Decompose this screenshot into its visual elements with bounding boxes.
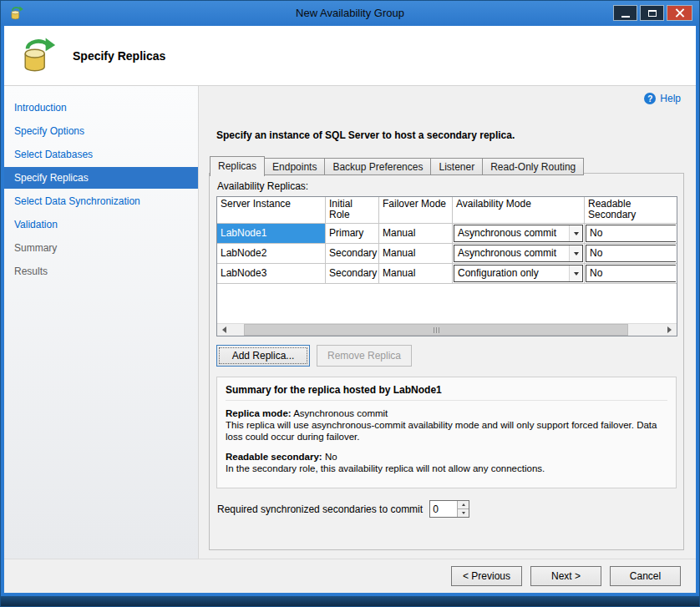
table-row: LabNode1 Primary Manual Asynchronous com… xyxy=(217,224,677,244)
chevron-down-icon[interactable] xyxy=(569,245,582,261)
titlebar: New Availability Group xyxy=(1,1,699,26)
cell-server-instance[interactable]: LabNode1 xyxy=(217,224,326,244)
cell-initial-role[interactable]: Secondary xyxy=(326,264,379,284)
spin-up-button[interactable] xyxy=(458,501,469,509)
availability-mode-select[interactable]: Configuration only xyxy=(454,265,583,282)
scroll-right-button[interactable] xyxy=(663,324,677,336)
wizard-body: Introduction Specify Options Select Data… xyxy=(4,86,696,559)
scroll-left-icon xyxy=(219,326,226,333)
instruction-text: Specify an instance of SQL Server to hos… xyxy=(216,129,515,141)
wizard-header: Specify Replicas xyxy=(4,26,696,86)
quorum-label: Required synchronized secondaries to com… xyxy=(217,503,423,515)
add-replica-button[interactable]: Add Replica... xyxy=(216,345,310,367)
sidebar-item-specify-options[interactable]: Specify Options xyxy=(4,119,198,143)
spin-down-icon xyxy=(462,512,465,516)
availability-replicas-label: Availability Replicas: xyxy=(217,180,677,192)
window-bottom-frame xyxy=(1,596,699,606)
cell-initial-role[interactable]: Secondary xyxy=(326,244,379,264)
cell-failover-mode[interactable]: Manual xyxy=(379,224,453,244)
cell-readable-secondary: No xyxy=(585,224,677,244)
cell-availability-mode: Asynchronous commit xyxy=(453,244,585,264)
tab-read-only-routing[interactable]: Read-Only Routing xyxy=(483,158,584,175)
maximize-icon xyxy=(648,10,657,17)
tab-listener[interactable]: Listener xyxy=(431,158,483,175)
cancel-button[interactable]: Cancel xyxy=(610,566,681,586)
cell-server-instance[interactable]: LabNode3 xyxy=(217,264,326,284)
tab-replicas[interactable]: Replicas xyxy=(210,156,265,176)
spin-down-button[interactable] xyxy=(458,509,469,517)
col-header-server-instance: Server Instance xyxy=(217,197,326,224)
availability-mode-value: Asynchronous commit xyxy=(454,225,569,241)
table-row: LabNode3 Secondary Manual Configuration … xyxy=(217,264,677,284)
cell-failover-mode[interactable]: Manual xyxy=(379,264,453,284)
tab-strip: Replicas Endpoints Backup Preferences Li… xyxy=(210,155,584,175)
close-button[interactable] xyxy=(667,5,692,21)
availability-mode-select[interactable]: Asynchronous commit xyxy=(454,245,583,262)
readable-secondary-value: No xyxy=(325,452,337,462)
replica-buttons-row: Add Replica... Remove Replica xyxy=(216,345,677,367)
quorum-input[interactable] xyxy=(430,501,457,517)
cell-readable-secondary: No xyxy=(585,244,677,264)
scroll-right-icon xyxy=(667,326,675,333)
readable-secondary-select[interactable]: No xyxy=(586,245,676,262)
window-title: New Availability Group xyxy=(1,1,699,26)
tab-endpoints[interactable]: Endpoints xyxy=(265,158,325,175)
readable-secondary-select[interactable]: No xyxy=(586,225,676,242)
cell-availability-mode: Configuration only xyxy=(453,264,585,284)
cell-failover-mode[interactable]: Manual xyxy=(379,244,453,264)
wizard-footer: < Previous Next > Cancel xyxy=(4,559,696,593)
next-button[interactable]: Next > xyxy=(530,566,601,586)
scrollbar-track[interactable] xyxy=(231,324,663,336)
dialog-client-area: Specify Replicas Introduction Specify Op… xyxy=(4,26,696,593)
summary-title: Summary for the replica hosted by LabNod… xyxy=(226,384,667,401)
availability-replicas-grid: Server Instance Initial Role Failover Mo… xyxy=(216,196,677,336)
sidebar-item-select-data-synchronization[interactable]: Select Data Synchronization xyxy=(4,190,198,213)
cell-readable-secondary: No xyxy=(585,264,677,284)
col-header-readable-secondary: Readable Secondary xyxy=(585,197,677,224)
chevron-down-icon[interactable] xyxy=(569,225,582,241)
readable-secondary-description: In the secondary role, this availability… xyxy=(226,463,667,474)
quorum-stepper xyxy=(429,500,469,518)
col-header-failover-mode: Failover Mode xyxy=(379,197,453,224)
availability-mode-value: Configuration only xyxy=(454,266,569,281)
sidebar-item-select-databases[interactable]: Select Databases xyxy=(4,143,198,166)
sidebar-item-summary: Summary xyxy=(4,236,198,260)
cell-availability-mode: Asynchronous commit xyxy=(453,224,585,244)
readable-secondary-label: Readable secondary: xyxy=(226,452,322,462)
minimize-button[interactable] xyxy=(613,5,637,21)
sidebar-item-introduction[interactable]: Introduction xyxy=(4,96,198,119)
table-row: LabNode2 Secondary Manual Asynchronous c… xyxy=(217,244,677,264)
chevron-down-icon[interactable] xyxy=(569,266,582,281)
replica-mode-description: This replica will use asynchronous-commi… xyxy=(226,419,667,443)
caption-buttons xyxy=(613,5,692,21)
cell-server-instance[interactable]: LabNode2 xyxy=(217,244,326,264)
previous-button[interactable]: < Previous xyxy=(451,566,522,586)
availability-mode-select[interactable]: Asynchronous commit xyxy=(454,225,583,242)
help-link[interactable]: ? Help xyxy=(644,93,681,104)
replica-mode-label: Replica mode: xyxy=(226,408,292,418)
wizard-steps: Introduction Specify Options Select Data… xyxy=(4,86,199,559)
grid-header-row: Server Instance Initial Role Failover Mo… xyxy=(217,197,677,224)
remove-replica-button[interactable]: Remove Replica xyxy=(317,345,412,367)
availability-mode-value: Asynchronous commit xyxy=(454,245,569,261)
minimize-icon xyxy=(621,16,630,18)
sidebar-item-results: Results xyxy=(4,260,198,283)
spin-up-icon xyxy=(462,502,465,506)
horizontal-scrollbar xyxy=(217,323,677,336)
page-title: Specify Replicas xyxy=(73,49,165,63)
tab-backup-preferences[interactable]: Backup Preferences xyxy=(325,158,431,175)
scrollbar-thumb[interactable] xyxy=(244,324,628,336)
cell-initial-role[interactable]: Primary xyxy=(326,224,379,244)
col-header-initial-role: Initial Role xyxy=(326,197,379,224)
sidebar-item-validation[interactable]: Validation xyxy=(4,213,198,236)
wizard-content: ? Help Specify an instance of SQL Server… xyxy=(199,86,696,559)
scroll-left-button[interactable] xyxy=(217,324,231,336)
maximize-button[interactable] xyxy=(640,5,664,21)
replicas-tab-panel: Availability Replicas: Server Instance I… xyxy=(209,173,684,550)
readable-secondary-select[interactable]: No xyxy=(586,265,676,282)
new-availability-group-window: New Availability Group Specify Replicas … xyxy=(0,0,700,607)
help-label: Help xyxy=(660,93,681,104)
help-icon: ? xyxy=(644,93,656,104)
replica-summary-box: Summary for the replica hosted by LabNod… xyxy=(216,377,677,488)
sidebar-item-specify-replicas[interactable]: Specify Replicas xyxy=(4,167,198,189)
